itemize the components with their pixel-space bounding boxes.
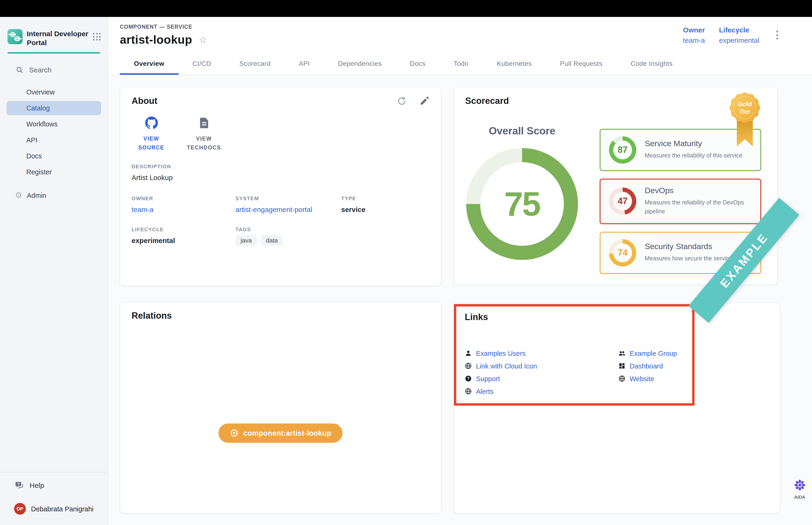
gold-tier-badge: Gold Tier — [729, 90, 760, 152]
brand[interactable]: Internal Developer Portal — [0, 17, 108, 47]
sidebar-item-overview[interactable]: Overview — [6, 85, 101, 99]
page-title: artist-lookup — [120, 33, 192, 46]
devops-gauge: 47 — [609, 188, 636, 215]
gear-icon: ⚙ — [15, 191, 22, 199]
favorite-star-icon[interactable]: ☆ — [199, 34, 207, 45]
tab-code-insights[interactable]: Code Insights — [616, 53, 687, 75]
sidebar-search[interactable]: Search — [0, 54, 108, 78]
link-examples-users[interactable]: Examples Users — [465, 347, 618, 360]
refresh-icon[interactable] — [397, 96, 407, 106]
relations-card: Relations component:artist-lookup — [120, 302, 441, 513]
tab-docs[interactable]: Docs — [396, 53, 440, 75]
link-website[interactable]: Website — [618, 372, 677, 385]
owner-link[interactable]: team-a — [132, 205, 153, 213]
sidebar-item-admin[interactable]: ⚙ Admin — [0, 181, 108, 199]
svg-text:Gold: Gold — [738, 101, 752, 108]
link-dashboard[interactable]: Dashboard — [618, 360, 677, 372]
content-area: About — [108, 75, 812, 525]
system-field: SYSTEM artist-engagement-portal — [235, 196, 341, 213]
scorecard-title: Scorecard — [465, 96, 766, 106]
search-icon — [16, 66, 24, 74]
tag-chip[interactable]: java — [235, 235, 257, 246]
links-card-highlighted: Links Examples Users Link with Cloud Ico… — [454, 304, 694, 406]
search-label: Search — [29, 66, 51, 74]
metric-name: DevOps — [645, 186, 752, 196]
view-source-button[interactable]: VIEW SOURCE — [132, 117, 171, 152]
aida-assistant-widget[interactable]: AIDA — [790, 479, 810, 500]
relation-entity-chip[interactable]: component:artist-lookup — [218, 423, 342, 443]
app-grid-icon[interactable] — [93, 33, 101, 41]
metric-description: Measures the reliability of this service — [645, 152, 742, 161]
tab-todo[interactable]: Todo — [440, 53, 482, 75]
more-options-kebab-icon[interactable] — [773, 26, 781, 44]
lifecycle-label: Lifecycle — [719, 26, 760, 34]
page-header: COMPONENT — SERVICE artist-lookup ☆ Owne… — [108, 17, 812, 75]
admin-label: Admin — [27, 192, 46, 199]
link-example-group[interactable]: Example Group — [618, 347, 677, 360]
metric-description: Measures the reliability of the DevOps p… — [645, 198, 752, 217]
about-title: About — [132, 96, 157, 106]
help-button[interactable]: ? Help — [0, 479, 108, 494]
help-circle-icon: ? — [465, 375, 472, 382]
sidebar-item-api[interactable]: API — [6, 133, 101, 147]
metric-name: Security Standards — [645, 242, 732, 252]
tab-dependencies[interactable]: Dependencies — [324, 53, 396, 75]
tab-api[interactable]: API — [285, 53, 324, 75]
description-value: Artist Lookup — [132, 174, 429, 181]
owner-value[interactable]: team-a — [683, 36, 705, 44]
view-techdocs-label: VIEW TECHDOCS — [184, 134, 224, 152]
github-icon — [145, 117, 158, 129]
link-alerts[interactable]: Alerts — [465, 385, 618, 397]
dashboard-icon — [618, 362, 626, 370]
tab-pull-requests[interactable]: Pull Requests — [546, 53, 616, 75]
owner-meta[interactable]: Owner team-a — [683, 26, 705, 46]
about-card: About — [120, 87, 441, 286]
system-link[interactable]: artist-engagement-portal — [235, 205, 312, 213]
tab-cicd[interactable]: CI/CD — [178, 53, 225, 75]
links-title: Links — [465, 312, 684, 322]
help-chat-icon: ? — [15, 481, 24, 490]
tags-field: TAGS java data — [235, 227, 341, 246]
link-support[interactable]: ? Support — [465, 372, 618, 385]
svg-text:Tier: Tier — [739, 108, 750, 115]
aida-label: AIDA — [790, 494, 810, 500]
globe-icon — [618, 375, 626, 382]
scorecard-card: Scorecard — [454, 87, 778, 285]
relations-title: Relations — [132, 311, 429, 321]
tab-scorecard[interactable]: Scorecard — [225, 53, 285, 75]
owner-label: Owner — [683, 26, 705, 34]
sidebar-item-register[interactable]: Register — [6, 165, 101, 179]
overall-score-label: Overall Score — [454, 125, 590, 137]
tag-chip[interactable]: data — [261, 235, 283, 246]
portal-logo-icon — [7, 29, 22, 44]
user-name: Debabrata Panigrahi — [31, 505, 93, 512]
lifecycle-field: LIFECYCLE experimental — [132, 227, 235, 246]
edit-pencil-icon[interactable] — [419, 96, 429, 106]
entity-tabs: Overview CI/CD Scorecard API Dependencie… — [108, 53, 812, 75]
sidebar-nav: Overview Catalog Workflows API Docs Regi… — [0, 78, 108, 179]
metric-card-devops[interactable]: 47 DevOps Measures the reliability of th… — [600, 179, 761, 224]
tab-overview[interactable]: Overview — [120, 53, 178, 75]
sidebar-item-docs[interactable]: Docs — [6, 149, 101, 163]
help-label: Help — [30, 481, 44, 489]
lifecycle-value: experimental — [132, 236, 235, 244]
link-link-with-cloud-icon[interactable]: Link with Cloud Icon — [465, 360, 618, 372]
svg-text:?: ? — [467, 376, 470, 380]
sidebar-item-workflows[interactable]: Workflows — [6, 117, 101, 131]
tab-kubernetes[interactable]: Kubernetes — [482, 53, 546, 75]
avatar: DP — [14, 503, 26, 515]
aida-flower-icon — [794, 479, 806, 491]
description-label: DESCRIPTION — [132, 164, 429, 169]
group-icon — [618, 350, 626, 357]
type-value: service — [341, 205, 429, 213]
entity-kind-eyebrow: COMPONENT — SERVICE — [120, 24, 207, 30]
metric-name: Service Maturity — [645, 139, 742, 149]
metric-description: Measures how secure the service — [645, 254, 732, 264]
sidebar-item-catalog[interactable]: Catalog — [6, 101, 101, 115]
user-profile[interactable]: DP Debabrata Panigrahi — [0, 494, 108, 525]
security-standards-gauge: 74 — [609, 239, 636, 267]
techdocs-file-icon — [198, 117, 210, 129]
type-field: TYPE service — [341, 196, 429, 213]
sidebar-bottom-divider — [0, 472, 108, 472]
view-techdocs-button[interactable]: VIEW TECHDOCS — [184, 117, 224, 152]
